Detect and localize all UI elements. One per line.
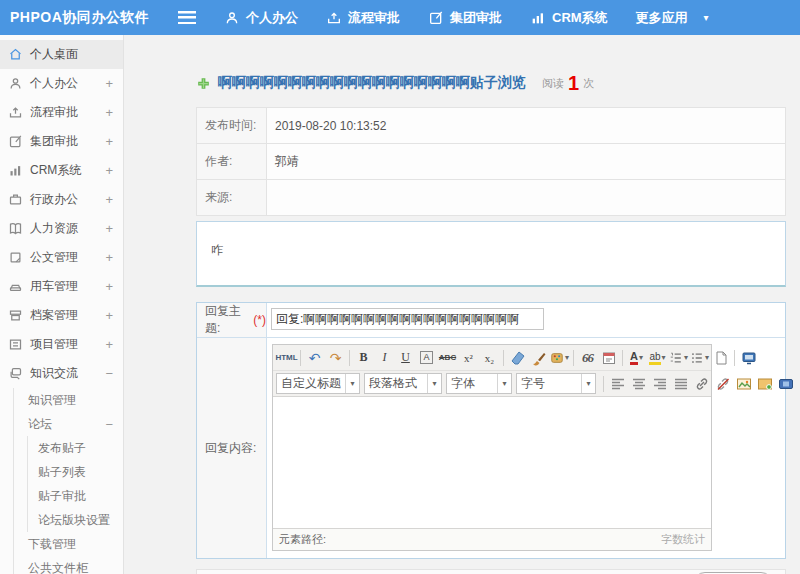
rich-text-editor: HTML ↶ ↷ (272, 344, 712, 551)
sidebar-item-forum[interactable]: 论坛 − (0, 412, 123, 436)
reply-subject-input[interactable] (271, 308, 544, 330)
bold-button[interactable]: B (353, 347, 374, 368)
editor-toolbar-row1: HTML ↶ ↷ (273, 345, 711, 370)
new-page-button[interactable] (710, 347, 731, 368)
strikethrough-button[interactable]: ABC (437, 347, 458, 368)
chat-icon (8, 366, 23, 381)
format-brush-button[interactable] (528, 347, 549, 368)
sidebar-item-download-mgmt[interactable]: 下载管理 (0, 532, 123, 556)
font-family-select[interactable]: 字体 ▾ (446, 373, 512, 394)
sidebar-item-knowledge-exchange[interactable]: 知识交流 − (0, 359, 123, 388)
sidebar-item-post-list[interactable]: 贴子列表 (0, 460, 123, 484)
sidebar-item-document-mgmt[interactable]: 公文管理 + (0, 243, 123, 272)
nav-group-approval[interactable]: 集团审批 (428, 9, 502, 27)
post-info-row: 来源: (197, 180, 786, 216)
align-right-button[interactable] (649, 373, 670, 394)
expand-toggle-icon: + (105, 134, 115, 149)
align-right-icon (652, 376, 668, 392)
hamburger-menu-icon[interactable] (178, 11, 196, 24)
word-count-label: 字数统计 (661, 532, 705, 547)
post-info-value: 2019-08-20 10:13:52 (267, 108, 786, 144)
datebox-icon (601, 350, 617, 366)
italic-button[interactable]: I (374, 347, 395, 368)
redo-button[interactable]: ↷ (325, 347, 346, 368)
sidebar-item-knowledge-mgmt[interactable]: 知识管理 (0, 388, 123, 412)
align-center-icon (631, 376, 647, 392)
chevron-down-icon: ▾ (684, 353, 688, 362)
text-color-button[interactable]: A ▾ (626, 347, 647, 368)
underline-button[interactable]: U (395, 347, 416, 368)
sidebar-item-public-file-cabinet[interactable]: 公共文件柜 (0, 556, 123, 574)
reply-subject-label: 回复主题:(*) (197, 303, 267, 337)
top-navigation: 个人办公 流程审批 集团审批 CRM系统 更多应用 ▾ (196, 9, 709, 27)
brush-icon (531, 350, 547, 366)
insert-date-button[interactable] (598, 347, 619, 368)
nav-workflow-approval[interactable]: 流程审批 (326, 9, 400, 27)
chevron-down-icon: ▾ (581, 374, 595, 393)
flash-button[interactable] (754, 373, 775, 394)
edit-icon (428, 10, 444, 26)
font-size-select[interactable]: 字号 ▾ (516, 373, 596, 394)
sidebar-item-workflow-approval[interactable]: 流程审批 + (0, 98, 123, 127)
sidebar-item-post-create[interactable]: 发布贴子 (0, 436, 123, 460)
chevron-down-icon: ▾ (497, 374, 511, 393)
post-info-value (267, 180, 786, 216)
align-justify-button[interactable] (670, 373, 691, 394)
remove-format-button[interactable] (507, 347, 528, 368)
toolbar-separator (300, 350, 301, 366)
image-button[interactable] (733, 373, 754, 394)
link-button[interactable] (691, 373, 712, 394)
sidebar-item-crm-system[interactable]: CRM系统 + (0, 156, 123, 185)
sidebar-item-admin-office[interactable]: 行政办公 + (0, 185, 123, 214)
sidebar-item-personal-office[interactable]: 个人办公 + (0, 69, 123, 98)
source-button[interactable]: HTML (276, 347, 297, 368)
nav-personal-office[interactable]: 个人办公 (224, 9, 298, 27)
font-button[interactable]: A (416, 347, 437, 368)
quote-button[interactable]: 66 (577, 347, 598, 368)
heading-select[interactable]: 自定义标题 ▾ (276, 373, 360, 394)
paragraph-select[interactable]: 段落格式 ▾ (364, 373, 442, 394)
unordered-list-button[interactable]: ▾ (689, 347, 710, 368)
quick-style-button[interactable]: ▾ (549, 347, 570, 368)
flash-icon (757, 376, 773, 392)
expand-toggle-icon: + (105, 250, 115, 265)
user-icon (8, 76, 23, 91)
chevron-down-icon: ▾ (639, 353, 643, 362)
required-mark: (*) (253, 313, 266, 327)
nav-crm-system[interactable]: CRM系统 (530, 9, 608, 27)
ordered-list-button[interactable]: ▾ (668, 347, 689, 368)
expand-toggle-icon: + (105, 76, 115, 91)
sidebar-item-vehicle-mgmt[interactable]: 用车管理 + (0, 272, 123, 301)
unlink-button[interactable] (712, 373, 733, 394)
sidebar-item-post-approval[interactable]: 贴子审批 (0, 484, 123, 508)
post-content: 咋 (196, 221, 786, 287)
table-button[interactable] (796, 373, 800, 394)
superscript-button[interactable]: x² (458, 347, 479, 368)
approve-icon (326, 10, 342, 26)
nav-more-apps[interactable]: 更多应用 ▾ (636, 9, 709, 27)
editor-content-area[interactable] (273, 397, 711, 528)
sidebar-item-forum-board-settings[interactable]: 论坛版块设置 (0, 508, 123, 532)
media-icon (778, 376, 794, 392)
align-center-button[interactable] (628, 373, 649, 394)
toolbar-separator (603, 376, 604, 392)
undo-button[interactable]: ↶ (304, 347, 325, 368)
sidebar-item-archive-mgmt[interactable]: 档案管理 + (0, 301, 123, 330)
list-ul-icon (690, 350, 704, 366)
element-path-label: 元素路径: (279, 532, 326, 547)
brief-icon (8, 192, 23, 207)
highlight-button[interactable]: ab ▾ (647, 347, 668, 368)
sidebar-item-human-resources[interactable]: 人力资源 + (0, 214, 123, 243)
fullscreen-button[interactable] (738, 347, 759, 368)
link-icon (694, 376, 710, 392)
sidebar-item-personal-desktop[interactable]: 个人桌面 (0, 40, 123, 69)
sidebar-item-project-mgmt[interactable]: 项目管理 + (0, 330, 123, 359)
expand-toggle-icon: + (105, 337, 115, 352)
reply-content-label: 回复内容: (197, 338, 267, 558)
align-left-button[interactable] (607, 373, 628, 394)
media-button[interactable] (775, 373, 796, 394)
subscript-button[interactable]: x₂ (479, 347, 500, 368)
sidebar-item-group-approval[interactable]: 集团审批 + (0, 127, 123, 156)
chevron-down-icon: ▾ (662, 353, 666, 362)
chevron-down-icon: ▾ (427, 374, 441, 393)
